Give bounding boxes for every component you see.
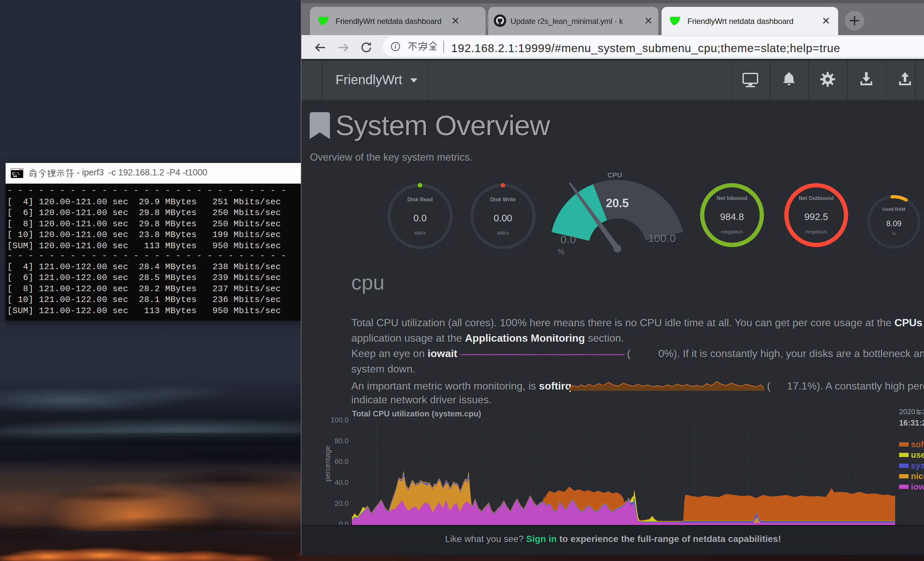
svg-text:0.00: 0.00 — [494, 213, 512, 223]
svg-text:0.0: 0.0 — [560, 233, 576, 245]
svg-text:0.0: 0.0 — [414, 213, 427, 223]
svg-text:Disk Write: Disk Write — [490, 197, 516, 202]
svg-text:Net Outbound: Net Outbound — [799, 196, 834, 201]
svg-text:20.5: 20.5 — [606, 196, 629, 210]
svg-text:984.8: 984.8 — [720, 212, 744, 222]
svg-text:8.09: 8.09 — [886, 219, 902, 228]
svg-text:%: % — [892, 231, 896, 236]
svg-text:MiB/s: MiB/s — [497, 230, 509, 236]
svg-text:100.0: 100.0 — [648, 232, 676, 244]
svg-text:megabits/s: megabits/s — [721, 229, 743, 235]
svg-text:Used RAM: Used RAM — [882, 206, 905, 212]
svg-text:992.5: 992.5 — [804, 212, 828, 222]
svg-text:%: % — [557, 247, 564, 256]
svg-text:MiB/s: MiB/s — [414, 230, 426, 236]
svg-text:Net Inbound: Net Inbound — [717, 196, 747, 201]
svg-text:Disk Read: Disk Read — [407, 197, 432, 202]
svg-text:megabits/s: megabits/s — [805, 229, 827, 235]
